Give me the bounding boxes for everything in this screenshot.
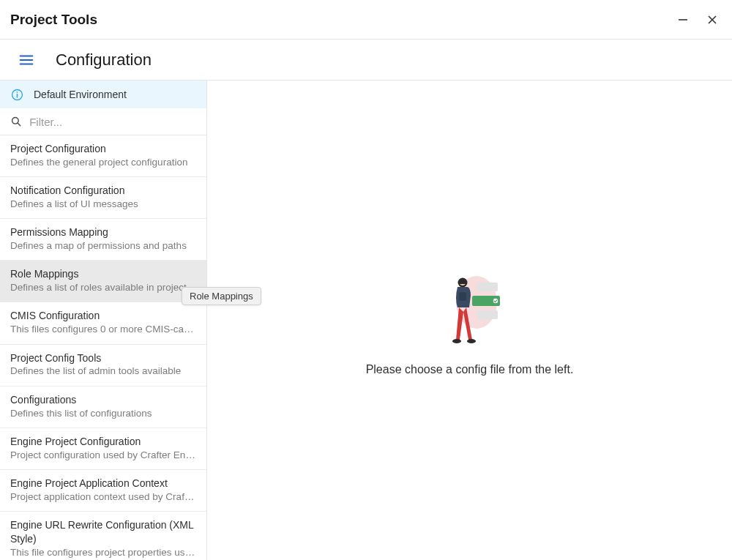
environment-label: Default Environment	[34, 89, 127, 100]
window-title: Project Tools	[10, 12, 97, 28]
config-item-project-configuration[interactable]: Project Configuration Defines the genera…	[0, 135, 206, 177]
page-header: Configuration	[0, 40, 732, 81]
svg-rect-15	[477, 310, 498, 319]
config-item-notification-configuration[interactable]: Notification Configuration Defines a lis…	[0, 177, 206, 219]
config-item-title: Project Config Tools	[10, 351, 196, 365]
config-item-desc: Defines the general project configuratio…	[10, 156, 196, 169]
svg-point-8	[16, 92, 18, 93]
config-item-desc: Project configuration used by Crafter En…	[10, 449, 196, 462]
menu-icon[interactable]	[18, 51, 35, 69]
config-item-desc: Defines a list of roles available in pro…	[10, 281, 196, 294]
main-panel: Please choose a config file from the lef…	[207, 81, 732, 560]
sidebar: Default Environment Project Configuratio…	[0, 81, 207, 560]
config-item-title: Role Mappings	[10, 267, 196, 281]
filter-input[interactable]	[29, 116, 196, 128]
config-item-title: Configurations	[10, 393, 196, 407]
config-item-desc: Project application context used by Craf…	[10, 490, 196, 504]
titlebar: Project Tools	[0, 0, 732, 40]
config-item-desc: Defines this list of configurations	[10, 407, 196, 420]
config-item-desc: This files configures 0 or more CMIS-cap…	[10, 323, 196, 336]
config-item-desc: Defines a list of UI messages	[10, 198, 196, 211]
config-item-project-config-tools[interactable]: Project Config Tools Defines the list of…	[0, 345, 206, 387]
info-icon	[10, 88, 23, 101]
config-item-title: Engine URL Rewrite Configuration (XML St…	[10, 518, 196, 546]
config-item-title: CMIS Configuration	[10, 309, 196, 323]
config-item-title: Engine Project Application Context	[10, 477, 196, 490]
minimize-button[interactable]	[676, 13, 690, 26]
empty-state-illustration	[437, 269, 503, 350]
svg-point-18	[467, 339, 476, 343]
config-item-cmis-configuration[interactable]: CMIS Configuration This files configures…	[0, 302, 206, 344]
svg-point-17	[452, 339, 461, 343]
config-item-engine-project-configuration[interactable]: Engine Project Configuration Project con…	[0, 428, 206, 470]
environment-banner: Default Environment	[0, 81, 206, 108]
config-item-title: Notification Configuration	[10, 184, 196, 198]
config-item-desc: Defines the list of admin tools availabl…	[10, 365, 196, 378]
config-item-desc: Defines a map of permissions and paths	[10, 239, 196, 253]
svg-line-10	[18, 123, 20, 126]
config-item-configurations[interactable]: Configurations Defines this list of conf…	[0, 387, 206, 428]
config-item-title: Engine Project Configuration	[10, 435, 196, 449]
config-item-title: Project Configuration	[10, 142, 196, 156]
close-button[interactable]	[706, 13, 719, 26]
page-title: Configuration	[56, 51, 152, 70]
config-item-title: Permissions Mapping	[10, 225, 196, 239]
filter-row	[0, 108, 206, 135]
config-item-permissions-mapping[interactable]: Permissions Mapping Defines a map of per…	[0, 219, 206, 261]
config-item-engine-project-application-context[interactable]: Engine Project Application Context Proje…	[0, 470, 206, 512]
config-item-role-mappings[interactable]: Role Mappings Defines a list of roles av…	[0, 261, 206, 302]
svg-point-16	[458, 278, 467, 288]
svg-rect-12	[477, 283, 498, 291]
window-controls	[676, 13, 719, 26]
config-list: Project Configuration Defines the genera…	[0, 135, 206, 560]
empty-state-text: Please choose a config file from the lef…	[366, 363, 574, 376]
config-item-desc: This file configures project properties …	[10, 546, 196, 559]
config-item-engine-url-rewrite-configuration[interactable]: Engine URL Rewrite Configuration (XML St…	[0, 512, 206, 560]
search-icon	[10, 115, 22, 128]
